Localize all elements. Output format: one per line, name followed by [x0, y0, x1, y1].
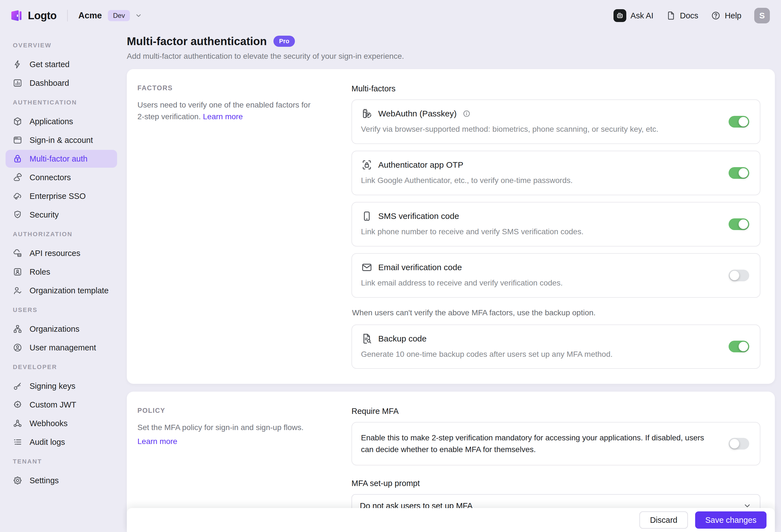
toggle-knob	[730, 271, 739, 280]
sidebar-item-label: Enterprise SSO	[30, 192, 86, 201]
sidebar-item-audit-logs[interactable]: Audit logs	[6, 433, 117, 451]
sidebar-item-api-resources[interactable]: API resources	[6, 244, 117, 262]
sms-phone-icon	[361, 210, 373, 222]
help-label: Help	[725, 11, 741, 20]
authenticator-otp-toggle[interactable]	[729, 167, 749, 179]
factor-description: Link email address to receive and verify…	[361, 278, 715, 288]
avatar[interactable]: S	[754, 8, 770, 24]
document-icon	[666, 11, 675, 20]
require-mfa-description: Enable this to make 2-step verification …	[361, 432, 712, 455]
gear-icon	[13, 476, 22, 485]
sidebar-item-webhooks[interactable]: Webhooks	[6, 414, 117, 432]
sidebar-section-tenant: TENANT	[6, 452, 117, 471]
info-icon[interactable]	[463, 110, 470, 118]
cube-icon	[13, 117, 22, 126]
tenant-env-badge: Dev	[108, 10, 130, 21]
robot-icon	[614, 9, 626, 22]
sidebar-section-developer: DEVELOPER	[6, 357, 117, 376]
sidebar-item-sign-in-account[interactable]: Sign-in & account	[6, 131, 117, 149]
factors-section-label: FACTORS	[137, 84, 318, 92]
policy-section-label: POLICY	[137, 407, 318, 414]
email-toggle[interactable]	[729, 270, 749, 281]
factor-title: Backup code	[378, 334, 426, 344]
toggle-knob	[739, 168, 748, 178]
sidebar-item-dashboard[interactable]: Dashboard	[6, 74, 117, 92]
authenticator-otp-icon	[361, 159, 373, 171]
factor-title: Authenticator app OTP	[378, 160, 463, 170]
top-bar: Logto Acme Dev Ask AI Docs Help S	[0, 0, 781, 31]
sidebar-item-label: Applications	[30, 117, 73, 126]
factor-row-sms: SMS verification code Link phone number …	[352, 202, 761, 247]
factor-title: Email verification code	[378, 263, 462, 272]
require-mfa-card: Enable this to make 2-step verification …	[352, 422, 761, 466]
lightning-icon	[13, 59, 22, 69]
logo-text: Logto	[28, 10, 56, 22]
sidebar-section-overview: OVERVIEW	[6, 36, 117, 55]
sidebar-section-authorization: AUTHORIZATION	[6, 224, 117, 244]
email-icon	[361, 262, 373, 273]
person-check-icon	[13, 286, 22, 295]
require-mfa-label: Require MFA	[352, 407, 761, 416]
sms-toggle[interactable]	[729, 218, 749, 230]
sidebar-item-label: Roles	[30, 267, 50, 277]
action-bar: Discard Save changes	[127, 508, 775, 532]
sidebar: OVERVIEW Get started Dashboard AUTHENTIC…	[0, 31, 123, 532]
sidebar-item-enterprise-sso[interactable]: Enterprise SSO	[6, 187, 117, 205]
main-content: Multi-factor authentication Pro Add mult…	[123, 31, 781, 532]
logto-logo-icon	[10, 9, 23, 22]
logo[interactable]: Logto	[10, 9, 56, 22]
save-changes-button[interactable]: Save changes	[695, 512, 767, 529]
sidebar-item-user-management[interactable]: User management	[6, 339, 117, 357]
toggle-knob	[739, 342, 748, 351]
backup-code-icon	[361, 333, 373, 345]
docs-button[interactable]: Docs	[666, 11, 698, 20]
sidebar-item-security[interactable]: Security	[6, 206, 117, 224]
sidebar-item-label: Organization template	[30, 286, 109, 295]
tenant-selector[interactable]: Acme Dev	[78, 10, 142, 21]
require-mfa-toggle[interactable]	[729, 438, 749, 450]
sidebar-item-label: Security	[30, 210, 59, 220]
sidebar-item-signing-keys[interactable]: Signing keys	[6, 377, 117, 395]
id-card-icon	[13, 267, 22, 277]
pro-badge: Pro	[274, 36, 295, 47]
backup-code-toggle[interactable]	[729, 341, 749, 352]
org-chart-icon	[13, 324, 22, 334]
passkey-icon	[361, 108, 373, 120]
toggle-knob	[739, 220, 748, 229]
ask-ai-button[interactable]: Ask AI	[614, 9, 653, 22]
multi-factors-label: Multi-factors	[352, 84, 761, 93]
webauthn-toggle[interactable]	[729, 116, 749, 128]
policy-learn-more-link[interactable]: Learn more	[137, 436, 177, 447]
factor-row-backup-code: Backup code Generate 10 one-time backup …	[352, 324, 761, 369]
connectors-icon	[13, 173, 22, 182]
toggle-knob	[730, 439, 739, 448]
sidebar-item-connectors[interactable]: Connectors	[6, 169, 117, 186]
ask-ai-label: Ask AI	[630, 11, 653, 20]
factors-learn-more-link[interactable]: Learn more	[203, 112, 243, 121]
sidebar-item-label: Connectors	[30, 173, 71, 182]
factor-row-webauthn: WebAuthn (Passkey) Verify via browser-su…	[352, 99, 761, 144]
sidebar-item-settings[interactable]: Settings	[6, 472, 117, 489]
sidebar-item-get-started[interactable]: Get started	[6, 55, 117, 73]
question-circle-icon	[711, 11, 721, 20]
sidebar-item-organizations[interactable]: Organizations	[6, 320, 117, 338]
docs-label: Docs	[680, 11, 698, 20]
chevron-down-icon	[135, 12, 142, 19]
factor-description: Generate 10 one-time backup codes after …	[361, 349, 715, 360]
lock-icon	[13, 154, 22, 164]
cloud-key-icon	[13, 191, 22, 201]
mfa-setup-prompt-label: MFA set-up prompt	[352, 479, 761, 488]
sidebar-item-multi-factor-auth[interactable]: Multi-factor auth	[6, 150, 117, 168]
sidebar-item-organization-template[interactable]: Organization template	[6, 281, 117, 300]
sidebar-item-applications[interactable]: Applications	[6, 113, 117, 130]
sidebar-item-label: API resources	[30, 249, 80, 258]
sidebar-item-roles[interactable]: Roles	[6, 263, 117, 281]
sidebar-item-label: Settings	[30, 476, 59, 485]
discard-button[interactable]: Discard	[640, 512, 688, 529]
factors-card: FACTORS Users need to verify one of the …	[127, 69, 775, 384]
user-circle-icon	[13, 343, 22, 352]
sidebar-item-custom-jwt[interactable]: Custom JWT	[6, 396, 117, 414]
help-button[interactable]: Help	[711, 11, 741, 20]
sidebar-item-label: Get started	[30, 60, 70, 69]
sidebar-item-label: Custom JWT	[30, 400, 76, 409]
